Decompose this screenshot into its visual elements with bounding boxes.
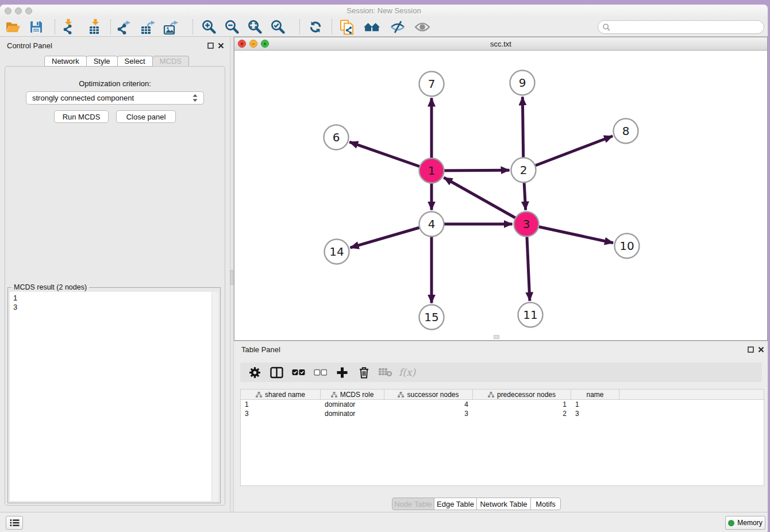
criterion-select[interactable]: strongly connected component <box>26 91 204 105</box>
network-window-titlebar: × − + scc.txt <box>234 37 767 51</box>
tab-node-table[interactable]: Node Table <box>392 498 434 510</box>
graph-edge-2-8[interactable] <box>523 136 613 170</box>
graph-node-3[interactable]: 3 <box>514 212 539 237</box>
close-panel-icon[interactable] <box>217 42 225 49</box>
mcds-result-line: 1 <box>13 294 218 303</box>
zoom-selected-icon[interactable] <box>268 18 287 36</box>
tab-edge-table[interactable]: Edge Table <box>434 498 477 510</box>
result-scrollbar[interactable] <box>211 292 218 501</box>
show-panel-icon[interactable] <box>413 18 432 36</box>
graph-node-7[interactable]: 7 <box>419 72 444 97</box>
add-column-icon[interactable] <box>333 364 351 380</box>
network-column-icon <box>256 392 262 398</box>
open-session-icon[interactable] <box>3 18 22 36</box>
graph-node-1[interactable]: 1 <box>419 159 444 183</box>
column-header-label: successor nodes <box>407 391 459 399</box>
table-cell[interactable]: 1 <box>571 400 619 409</box>
column-header-name[interactable]: name <box>571 390 619 400</box>
hide-panel-icon[interactable] <box>388 18 407 36</box>
table-cell[interactable]: 3 <box>571 409 619 418</box>
splitter-grip[interactable] <box>230 270 233 285</box>
import-table-icon[interactable] <box>85 18 105 36</box>
minimize-network-icon[interactable]: − <box>249 40 257 48</box>
column-header-shared-name[interactable]: shared name <box>241 390 321 400</box>
memory-status-icon <box>728 520 734 526</box>
panel-splitter[interactable] <box>230 37 234 512</box>
network-window-title: scc.txt <box>234 37 767 51</box>
table-cell[interactable]: 2 <box>473 409 571 418</box>
select-all-columns-icon[interactable] <box>290 364 307 380</box>
search-input[interactable] <box>614 23 759 31</box>
float-table-panel-icon[interactable] <box>747 346 754 353</box>
export-network-icon[interactable] <box>114 18 133 36</box>
table-cell[interactable]: 4 <box>384 400 473 409</box>
table-row[interactable]: 1dominator411 <box>241 400 764 409</box>
graph-node-6[interactable]: 6 <box>324 125 349 150</box>
home-layout-icon[interactable] <box>363 18 382 36</box>
delete-table-icon <box>377 364 394 380</box>
deselect-all-columns-icon[interactable] <box>311 364 329 380</box>
graph-node-10[interactable]: 10 <box>615 234 640 259</box>
import-network-icon[interactable] <box>58 18 78 36</box>
delete-column-icon[interactable] <box>355 364 372 380</box>
control-panel: Control Panel NetworkStyleSelectMCDS Opt… <box>0 37 230 512</box>
export-image-icon[interactable] <box>161 18 180 36</box>
network-graph: 7968124314101511 <box>234 51 767 340</box>
run-mcds-button[interactable]: Run MCDS <box>54 110 109 123</box>
zoom-out-icon[interactable] <box>222 18 241 36</box>
close-window-icon[interactable] <box>5 7 11 14</box>
maximize-window-icon[interactable] <box>25 7 32 14</box>
maximize-network-icon[interactable]: + <box>261 40 269 48</box>
table-cell[interactable]: dominator <box>321 400 384 409</box>
graph-node-4[interactable]: 4 <box>419 212 444 237</box>
app-window: Session: New Session Control Panel Netwo… <box>0 5 768 532</box>
export-table-icon[interactable] <box>138 18 157 36</box>
table-settings-icon[interactable] <box>246 364 263 380</box>
graph-node-2[interactable]: 2 <box>511 158 536 183</box>
close-table-panel-icon[interactable] <box>757 346 765 353</box>
graph-node-15[interactable]: 15 <box>419 305 444 330</box>
graph-node-label: 8 <box>622 124 630 138</box>
graph-node-9[interactable]: 9 <box>510 71 535 95</box>
mcds-result-text[interactable]: 13 <box>10 292 218 501</box>
float-panel-icon[interactable] <box>207 42 214 49</box>
column-header-predecessor-nodes[interactable]: predecessor nodes <box>473 390 571 400</box>
column-header-successor-nodes[interactable]: successor nodes <box>384 390 473 400</box>
save-session-icon[interactable] <box>26 18 46 36</box>
table-cell[interactable]: 3 <box>241 409 321 418</box>
graph-node-label: 3 <box>523 217 530 231</box>
column-header-MCDS-role[interactable]: MCDS role <box>321 390 384 400</box>
graph-edge-3-1[interactable] <box>444 178 526 224</box>
graph-node-14[interactable]: 14 <box>325 240 349 264</box>
split-table-icon[interactable] <box>268 364 285 380</box>
table-cell[interactable]: 1 <box>241 400 321 409</box>
tab-motifs[interactable]: Motifs <box>530 498 561 510</box>
task-history-button[interactable] <box>6 516 23 530</box>
table-cell[interactable]: dominator <box>321 409 384 418</box>
tab-select[interactable]: Select <box>117 56 153 67</box>
minimize-window-icon[interactable] <box>15 7 22 14</box>
graph-node-11[interactable]: 11 <box>518 303 543 327</box>
tab-style[interactable]: Style <box>86 56 118 67</box>
table-cell[interactable]: 1 <box>473 400 571 409</box>
toolbar-separator <box>299 20 300 34</box>
network-canvas[interactable]: 7968124314101511 <box>234 51 767 340</box>
close-network-icon[interactable]: × <box>238 40 246 48</box>
memory-button[interactable]: Memory <box>725 516 765 530</box>
refresh-icon[interactable] <box>306 18 325 36</box>
duplicate-network-icon[interactable] <box>337 18 357 36</box>
graph-node-8[interactable]: 8 <box>614 119 638 144</box>
zoom-in-icon[interactable] <box>199 18 218 36</box>
table-row[interactable]: 3dominator323 <box>241 409 764 418</box>
table-cell[interactable]: 3 <box>384 409 473 418</box>
tab-network[interactable]: Network <box>44 56 87 67</box>
tab-mcds[interactable]: MCDS <box>152 56 189 67</box>
tab-network-table[interactable]: Network Table <box>476 498 531 510</box>
graph-edge-1-6[interactable] <box>349 142 432 171</box>
zoom-fit-icon[interactable] <box>245 18 264 36</box>
graph-node-label: 6 <box>333 130 340 144</box>
graph-edge-3-10[interactable] <box>526 224 613 243</box>
select-chevrons-icon <box>192 94 198 102</box>
close-panel-button[interactable]: Close panel <box>116 110 176 123</box>
network-splitter-grip[interactable] <box>494 335 499 339</box>
